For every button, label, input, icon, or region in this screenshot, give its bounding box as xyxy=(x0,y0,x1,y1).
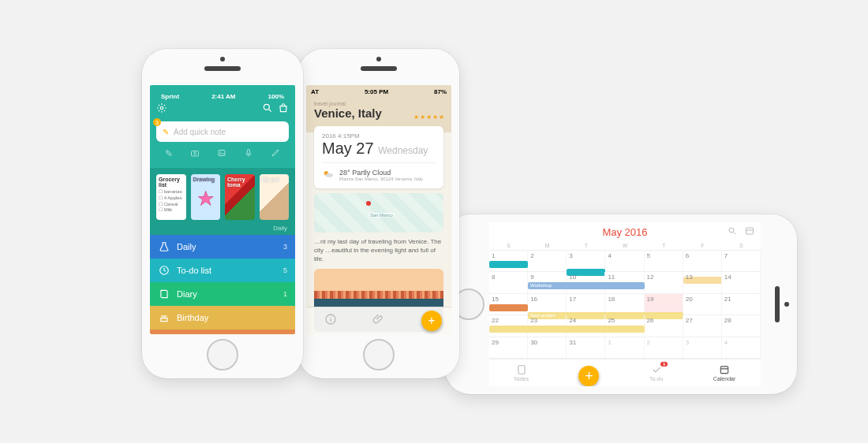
day-cell[interactable]: 2 xyxy=(645,337,683,358)
attach-icon[interactable] xyxy=(372,313,385,329)
folder-to-do-list[interactable]: To-do list5 xyxy=(150,259,295,282)
calendar-event[interactable] xyxy=(489,261,528,268)
day-cell[interactable]: 20 xyxy=(683,294,722,315)
svg-point-0 xyxy=(729,228,734,233)
calendar-event[interactable] xyxy=(489,326,645,333)
folder-count: 3 xyxy=(283,243,287,251)
week-row: 2930311234 xyxy=(489,337,761,359)
phone-folders: Sprint 2:41 AM 100% 3 ✎ Add quick note ✎ xyxy=(142,49,303,378)
map-label: San Marco xyxy=(369,213,395,218)
section-label: Daily xyxy=(150,223,295,235)
screen: May 2016 SMTWTFS 1234567891011121314Work… xyxy=(489,222,761,386)
folder-label: To-do list xyxy=(177,266,211,275)
calendar-event[interactable]: Workshop xyxy=(528,282,644,289)
breadcrumb[interactable]: travel journal xyxy=(314,101,443,106)
phone-camera-dot xyxy=(784,302,789,307)
folder-birthday[interactable]: Birthday xyxy=(150,306,295,329)
day-cell[interactable]: 3 xyxy=(683,337,722,358)
day-cell[interactable]: 4 xyxy=(605,251,644,271)
svg-rect-5 xyxy=(720,367,728,374)
add-button[interactable]: + xyxy=(578,366,599,386)
search-icon[interactable] xyxy=(728,225,737,239)
quicknote-badge: 3 xyxy=(153,118,161,126)
timestamp: 2016 4:15PM xyxy=(322,132,436,140)
info-icon[interactable] xyxy=(324,313,337,329)
phone-camera-dot xyxy=(220,57,225,61)
weekday-row: SMTWTFS xyxy=(489,241,761,251)
svg-point-16 xyxy=(194,152,196,154)
day-cell[interactable]: 6 xyxy=(683,251,722,271)
day-cell[interactable]: 4 xyxy=(722,337,761,358)
day-cell[interactable]: 14 xyxy=(722,272,761,292)
phone-calendar: May 2016 SMTWTFS 1234567891011121314Work… xyxy=(445,214,797,394)
svg-line-14 xyxy=(269,110,271,112)
month-title[interactable]: May 2016 xyxy=(602,226,647,238)
photo-icon[interactable] xyxy=(217,148,226,160)
card-grocery[interactable]: Grocery list ☐ bananas ☐ 4 Apples ☐ Cere… xyxy=(156,174,186,220)
quick-note-input[interactable]: 3 ✎ Add quick note xyxy=(156,121,289,142)
day-cell[interactable]: 13 xyxy=(683,272,722,292)
day-cell[interactable]: 21 xyxy=(722,294,761,315)
quick-note-placeholder: Add quick note xyxy=(174,128,226,136)
tab-calendar[interactable]: Calendar xyxy=(713,364,735,382)
search-icon[interactable] xyxy=(262,102,273,117)
calendar-event[interactable] xyxy=(489,304,528,311)
phone-speaker xyxy=(361,66,397,71)
journal-text[interactable]: …nt my last day of traveling from Venice… xyxy=(314,237,443,264)
day-cell[interactable]: 5 xyxy=(645,251,683,271)
day-cell[interactable]: 26 xyxy=(645,315,683,336)
screen: AT 5:05 PM 87% travel journal Venice, It… xyxy=(306,85,451,334)
battery-label: 100% xyxy=(268,93,284,100)
layout-icon[interactable] xyxy=(745,225,754,239)
phone-camera-dot xyxy=(376,57,381,61)
day-cell[interactable]: 31 xyxy=(567,337,605,358)
day-cell[interactable]: 28 xyxy=(722,315,761,336)
map-preview[interactable]: San Marco xyxy=(314,193,443,233)
svg-line-1 xyxy=(734,233,736,235)
pen-icon[interactable]: ✎ xyxy=(165,148,173,160)
day-cell[interactable]: 7 xyxy=(722,251,761,271)
day-cell[interactable]: 2 xyxy=(528,251,567,271)
weekday-label: T xyxy=(567,241,605,250)
svg-point-13 xyxy=(264,104,269,110)
weekday-label: S xyxy=(722,241,761,250)
tab-bar: Notes + To-do 9 Calendar xyxy=(489,359,761,386)
day-cell[interactable]: 27 xyxy=(683,315,722,336)
location-label: Piazza San Marco, 30124 Venezia, Italy xyxy=(339,177,423,181)
battery-label: 87% xyxy=(434,88,447,95)
calendar-grid[interactable]: 1234567891011121314Workshop1516171819202… xyxy=(489,251,761,359)
tool-row: ✎ xyxy=(156,148,289,160)
camera-icon[interactable] xyxy=(190,148,200,160)
folder-daily[interactable]: Daily3 xyxy=(150,235,295,259)
day-cell[interactable]: 29 xyxy=(489,337,528,358)
folder-diary[interactable]: Diary1 xyxy=(150,282,295,306)
folder-label: Daily xyxy=(177,242,196,251)
day-cell[interactable]: 1 xyxy=(605,337,644,358)
tab-todo[interactable]: To-do 9 xyxy=(649,364,664,382)
tab-notes[interactable]: Notes xyxy=(514,364,529,382)
settings-icon[interactable] xyxy=(156,102,167,117)
rating-stars[interactable]: ★★★★★ xyxy=(413,114,445,121)
recent-cards: Grocery list ☐ bananas ☐ 4 Apples ☐ Cere… xyxy=(150,168,295,223)
card-drawing[interactable]: Drawing xyxy=(191,174,221,220)
screen: Sprint 2:41 AM 100% 3 ✎ Add quick note ✎ xyxy=(150,85,295,334)
home-button[interactable] xyxy=(207,339,238,370)
card-pet[interactable]: My pet xyxy=(260,174,290,220)
card-food[interactable]: Cherry toma xyxy=(225,174,255,220)
svg-rect-17 xyxy=(219,151,225,156)
brush-icon[interactable] xyxy=(271,148,280,160)
add-button[interactable]: + xyxy=(421,311,442,331)
day-cell[interactable]: 12 xyxy=(645,272,683,292)
map-pin-icon xyxy=(366,201,371,206)
home-button[interactable] xyxy=(363,339,395,370)
week-row: 891011121314Workshop xyxy=(489,272,761,293)
svg-rect-19 xyxy=(248,150,250,154)
pencil-icon: ✎ xyxy=(163,128,169,136)
weekday-label: M xyxy=(528,241,567,250)
day-cell[interactable]: 30 xyxy=(528,337,567,358)
day-cell[interactable]: 8 xyxy=(489,272,528,292)
store-icon[interactable] xyxy=(278,102,289,117)
svg-rect-15 xyxy=(192,151,199,157)
folder-study[interactable]: Study2 xyxy=(150,329,295,334)
mic-icon[interactable] xyxy=(244,148,253,160)
